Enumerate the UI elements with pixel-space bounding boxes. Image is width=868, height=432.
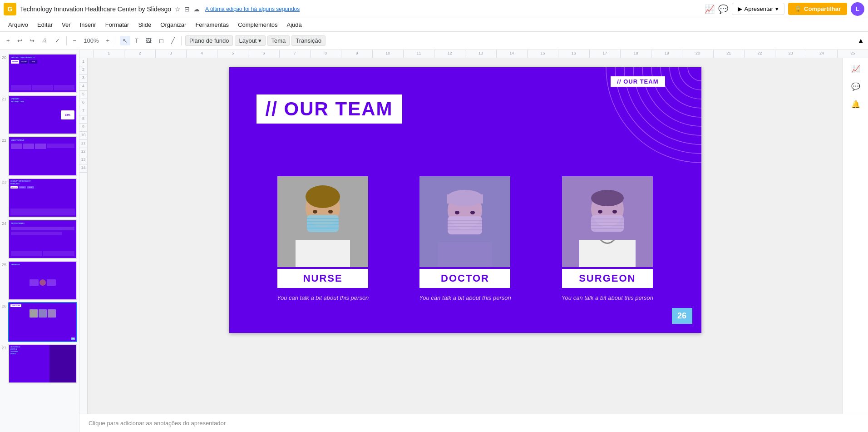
ruler-vertical: 1 2 3 4 5 6 7 8 9 10 11 12 13 14	[79, 58, 88, 414]
page-number: 26	[672, 308, 692, 324]
right-panel-notification[interactable]: 🔔	[848, 97, 863, 111]
menu-ajuda[interactable]: Ajuda	[283, 20, 306, 29]
nurse-role-box[interactable]: NURSE	[277, 269, 368, 288]
menu-slide[interactable]: Slide	[134, 20, 155, 29]
slide-num-21: 21	[2, 95, 6, 101]
menu-organizar[interactable]: Organizar	[157, 20, 190, 29]
slide-top-label: // OUR TEAM	[611, 76, 665, 87]
folder-icon[interactable]: ⊟	[184, 5, 190, 13]
present-button[interactable]: ▶ Apresentar ▾	[732, 3, 785, 15]
present-icon: ▶	[738, 5, 742, 12]
svg-point-35	[591, 190, 624, 206]
member-photo-nurse[interactable]	[277, 176, 368, 267]
toolbar-transition[interactable]: Transição	[291, 35, 326, 46]
sidebar-slide-25[interactable]: //AWARDS	[8, 261, 77, 300]
layout-dropdown-icon: ▾	[258, 37, 261, 44]
collapse-btn[interactable]: ▲	[857, 37, 864, 45]
doctor-role: DOCTOR	[441, 273, 489, 284]
toolbar-cursor[interactable]: ↖	[120, 36, 130, 45]
slide-num-26: 26	[2, 302, 6, 308]
menu-bar: Arquivo Editar Ver Inserir Formatar Slid…	[0, 18, 868, 32]
avatar[interactable]: L	[851, 2, 864, 16]
member-photo-doctor[interactable]	[419, 176, 510, 267]
star-icon[interactable]: ☆	[175, 5, 181, 13]
menu-ver[interactable]: Ver	[58, 20, 74, 29]
toolbar-spellcheck[interactable]: ✓	[52, 36, 63, 45]
separator1	[66, 36, 67, 45]
main-layout: 20 //KEY ACCOMPLISHMENTS PRIMARY TERTIAR…	[0, 50, 868, 432]
presenter-notes[interactable]: Clique para adicionar as anotações do ap…	[79, 414, 868, 432]
menu-formatar[interactable]: Formatar	[102, 20, 133, 29]
doctor-role-box[interactable]: DOCTOR	[419, 269, 510, 288]
svg-point-42	[612, 210, 617, 214]
surgeon-role-box[interactable]: SURGEON	[562, 269, 653, 288]
autosave-text: A última edição foi há alguns segundos	[205, 6, 300, 12]
slide-title-box[interactable]: // OUR TEAM	[256, 94, 402, 124]
toolbar-layout[interactable]: Layout ▾	[235, 35, 265, 46]
surgeon-role: SURGEON	[579, 273, 636, 284]
toolbar-image[interactable]: 🖼	[143, 36, 154, 45]
sidebar-slide-27[interactable]: //A PICTURE IS WORTH A THOUSAND WORDS	[8, 344, 77, 383]
sidebar-slide-20[interactable]: //KEY ACCOMPLISHMENTS PRIMARY TERTIARY T…	[8, 54, 77, 93]
toolbar-line[interactable]: ╱	[168, 36, 178, 45]
svg-rect-13	[296, 240, 350, 267]
canvas-scroll[interactable]: // OUR TEAM // OUR TEAM	[88, 58, 843, 414]
sidebar-slide-22[interactable]: //INNOVATIONS	[8, 136, 77, 176]
menu-editar[interactable]: Editar	[34, 20, 56, 29]
right-panel-trending[interactable]: 📈	[848, 62, 863, 76]
ruler-horizontal: 1 2 3 4 5 6 7 8 9 10 11 12 13 14 15 16 1…	[79, 50, 868, 58]
svg-rect-24	[447, 194, 483, 204]
sidebar-slide-26[interactable]: //OUR TEAM 26	[8, 302, 77, 342]
nurse-desc: You can talk a bit about this person	[277, 293, 369, 303]
team-members: NURSE You can talk a bit about this pers…	[229, 176, 701, 303]
svg-point-19	[313, 210, 317, 214]
svg-point-3	[661, 67, 701, 108]
right-panel-comment[interactable]: 💬	[848, 79, 863, 94]
toolbar-undo[interactable]: ↩	[15, 36, 25, 45]
svg-rect-36	[591, 215, 624, 232]
sidebar-slide-24[interactable]: TESTIMONIALS	[8, 219, 77, 259]
toolbar-shapes[interactable]: ◻	[156, 36, 167, 45]
share-button[interactable]: 🔒 Compartilhar	[788, 3, 847, 15]
toolbar-zoom-out[interactable]: −	[70, 36, 79, 45]
slide-num-24: 24	[2, 219, 6, 226]
right-panel: 📈 💬 🔔	[843, 58, 868, 414]
cloud-icon[interactable]: ☁	[193, 5, 200, 13]
sidebar-slide-21[interactable]: //PATIENT SATISFACTION 98%	[8, 95, 77, 134]
svg-point-12	[306, 185, 340, 208]
toolbar-redo[interactable]: ↪	[27, 36, 37, 45]
toolbar-theme[interactable]: Tema	[267, 35, 290, 46]
lock-icon: 🔒	[794, 5, 802, 12]
svg-point-20	[328, 210, 333, 214]
sidebar: 20 //KEY ACCOMPLISHMENTS PRIMARY TERTIAR…	[0, 50, 79, 432]
comment-icon: 💬	[718, 4, 728, 14]
toolbar-print[interactable]: 🖨	[39, 36, 50, 45]
canvas-wrapper: 1 2 3 4 5 6 7 8 9 10 11 12 13 14 15 16 1…	[79, 50, 868, 432]
svg-point-4	[651, 67, 701, 117]
sidebar-slide-23[interactable]: //QUALITY IMPROVEMENT MEASURES REGULAR V…	[8, 178, 77, 218]
slide-num-23: 23	[2, 178, 6, 184]
top-right-actions: 📈 💬 ▶ Apresentar ▾ 🔒 Compartilhar L	[705, 2, 865, 16]
nurse-role: NURSE	[303, 273, 343, 284]
trending-icon: 📈	[705, 4, 715, 14]
slide-num-27: 27	[2, 344, 6, 350]
menu-inserir[interactable]: Inserir	[76, 20, 100, 29]
svg-point-30	[455, 211, 459, 214]
toolbar-add[interactable]: +	[4, 36, 13, 45]
title-prefix: //	[266, 98, 278, 119]
separator3	[181, 36, 182, 45]
menu-complementos[interactable]: Complementos	[234, 20, 281, 29]
menu-arquivo[interactable]: Arquivo	[5, 20, 32, 29]
team-member-surgeon: SURGEON You can talk a bit about this pe…	[541, 176, 674, 303]
toolbar-textbox[interactable]: T	[132, 36, 141, 45]
menu-ferramentas[interactable]: Ferramentas	[192, 20, 232, 29]
slide-num-20: 20	[2, 54, 6, 60]
title-main: OUR TEAM	[278, 98, 393, 119]
top-bar: G Technology Innovation Healthcare Cente…	[0, 0, 868, 18]
member-photo-surgeon[interactable]	[562, 176, 653, 267]
slide-canvas[interactable]: // OUR TEAM // OUR TEAM	[229, 67, 701, 333]
toolbar-zoom-in[interactable]: +	[103, 36, 112, 45]
toolbar-zoom-level[interactable]: 100%	[81, 36, 101, 45]
slide-title: // OUR TEAM	[266, 98, 393, 119]
toolbar-background[interactable]: Plano de fundo	[185, 35, 233, 46]
